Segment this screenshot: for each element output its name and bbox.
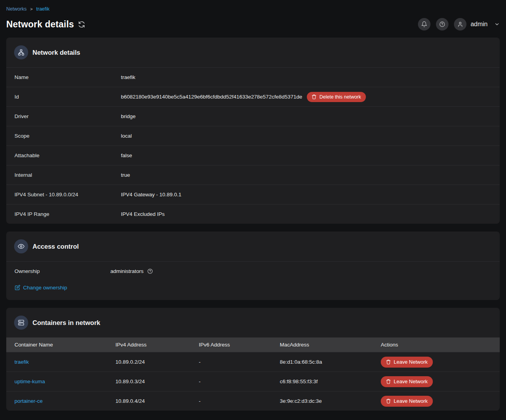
help-button[interactable] [436,18,448,31]
ownership-help-icon[interactable] [147,268,153,274]
detail-row-attachable: Attachable false [6,145,500,165]
title-wrap: Network details [6,19,85,30]
trash-icon [312,94,317,99]
leave-network-button[interactable]: Leave Network [381,376,433,387]
mac-cell: 8e:d1:0a:68:5c:8a [280,359,381,365]
container-name-link[interactable]: traefik [14,359,29,365]
detail-row-internal: Internal true [6,165,500,185]
row-value: traefik [121,74,486,80]
row-value: local [121,133,486,139]
row-label: Attachable [14,153,121,158]
col-ipv4: IPv4 Address [115,342,199,348]
trash-icon [386,379,391,384]
containers-table-header: Container Name IPv4 Address IPv6 Address… [6,337,500,352]
access-control-header: Access control [6,232,500,261]
containers-header: Containers in network [6,308,500,337]
ipv4-cell: 10.89.0.4/24 [115,398,199,404]
user-menu[interactable]: admin [454,18,500,31]
trash-icon [386,398,391,404]
breadcrumb: Networks > traefik [6,6,500,12]
leave-network-button[interactable]: Leave Network [381,396,433,407]
network-details-header: Network details [6,38,500,67]
container-name-link[interactable]: uptime-kuma [14,379,45,384]
container-name-link[interactable]: portainer-ce [14,398,43,404]
detail-row-ipv4-subnet: IPV4 Subnet - 10.89.0.0/24 IPV4 Gateway … [6,185,500,204]
change-ownership-row: Change ownership [6,281,500,300]
trash-icon [386,359,391,364]
leave-network-button[interactable]: Leave Network [381,357,433,368]
row-value: IPV4 Gateway - 10.89.0.1 [121,192,486,197]
page-title: Network details [6,19,74,30]
change-ownership-link[interactable]: Change ownership [14,285,67,291]
ipv6-cell: - [199,398,280,404]
table-row: portainer-ce 10.89.0.4/24 - 3e:9e:c2:d3:… [6,391,500,411]
card-title-access-control: Access control [32,243,79,250]
row-value: bridge [121,113,486,119]
chevron-down-icon [494,22,500,27]
avatar [454,18,466,31]
ipv4-cell: 10.89.0.2/24 [115,359,199,365]
ipv6-cell: - [199,359,280,365]
network-details-card: Network details Name traefik Id b6082180… [6,38,500,224]
network-id: b6082180e93e9140be5c5a4129e6bf6cfdbdd52f… [121,94,302,100]
detail-row-name: Name traefik [6,67,500,87]
mac-cell: 3e:9e:c2:d3:dc:3e [280,398,381,404]
table-row: uptime-kuma 10.89.0.3/24 - c6:f8:98:55:f… [6,372,500,391]
detail-row-ipv4-range: IPV4 IP Range IPV4 Excluded IPs [6,204,500,224]
breadcrumb-separator: > [30,7,32,11]
network-icon [14,45,28,59]
row-value: b6082180e93e9140be5c5a4129e6bf6cfdbdd52f… [121,92,486,102]
ownership-value: administrators [110,268,144,274]
user-icon [457,21,463,27]
question-icon [439,21,445,27]
ipv4-cell: 10.89.0.3/24 [115,379,199,384]
row-label: Id [14,94,121,100]
username: admin [470,21,488,28]
eye-icon [14,239,28,253]
col-ipv6: IPv6 Address [199,342,280,348]
containers-icon [14,316,28,330]
bell-icon [421,21,427,27]
card-title-containers: Containers in network [32,319,100,327]
row-label: Ownership [14,268,110,274]
col-container-name: Container Name [14,342,115,348]
breadcrumb-link-traefik[interactable]: traefik [36,6,50,12]
breadcrumb-link-networks[interactable]: Networks [6,6,27,12]
refresh-button[interactable] [78,21,85,28]
edit-icon [14,285,20,291]
row-value: true [121,172,486,178]
col-mac: MacAddress [280,342,381,348]
containers-card: Containers in network Container Name IPv… [6,308,500,411]
row-value: false [121,153,486,158]
mac-cell: c6:f8:98:55:f3:3f [280,379,381,384]
table-row: traefik 10.89.0.2/24 - 8e:d1:0a:68:5c:8a… [6,352,500,372]
row-value: IPV4 Excluded IPs [121,211,486,217]
col-actions: Actions [381,342,492,348]
access-control-card: Access control Ownership administrators … [6,232,500,300]
row-label: IPV4 IP Range [14,211,121,217]
topbar-right: admin [418,18,500,31]
row-label: IPV4 Subnet - 10.89.0.0/24 [14,192,121,197]
detail-row-driver: Driver bridge [6,106,500,126]
ipv6-cell: - [199,379,280,384]
card-title-network-details: Network details [32,49,80,56]
page: Networks > traefik Network details [0,0,506,420]
detail-row-scope: Scope local [6,126,500,145]
row-label: Internal [14,172,121,178]
refresh-icon [78,21,85,28]
row-label: Driver [14,113,121,119]
delete-network-button[interactable]: Delete this network [307,92,366,102]
detail-row-id: Id b6082180e93e9140be5c5a4129e6bf6cfdbdd… [6,87,500,106]
row-label: Scope [14,133,121,139]
row-label: Name [14,74,121,80]
header-row: Network details [6,18,500,31]
row-value: administrators [110,268,486,274]
detail-row-ownership: Ownership administrators [6,261,500,281]
notifications-button[interactable] [418,18,430,31]
